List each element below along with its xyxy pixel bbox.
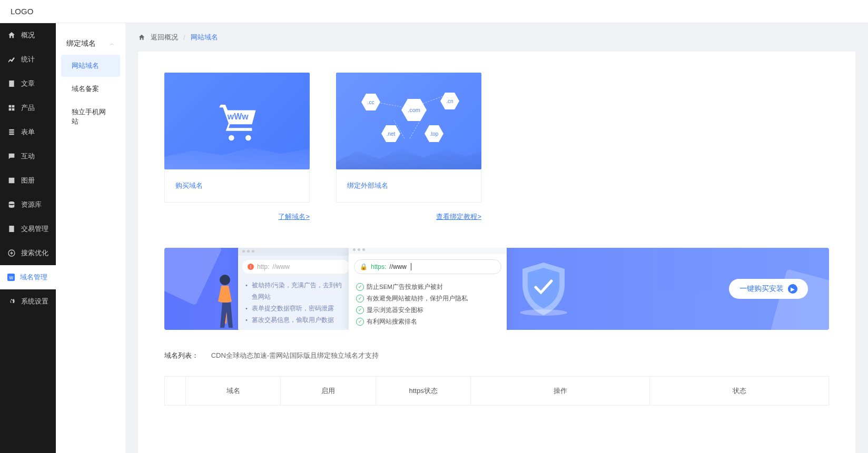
card-buy-link[interactable]: 了解域名>: [278, 213, 310, 220]
domain-table: 域名 启用 https状态 操作 状态: [164, 376, 829, 406]
sub-item-mobile[interactable]: 独立手机网站: [61, 101, 120, 133]
https-pros-list: 防止SEM广告投放账户被封 有效避免网站被劫持，保护用户隐私 显示浏览器安全图标…: [349, 279, 507, 330]
sidebar-item-gallery[interactable]: 图册: [0, 168, 56, 193]
nav-label: 域名管理: [20, 273, 47, 282]
th-https: https状态: [376, 377, 471, 405]
list-item: 表单提交数据窃听，密码泄露: [245, 303, 347, 315]
grid-icon: [7, 104, 16, 112]
list-item: 防止SEM广告投放账户被封: [356, 281, 499, 293]
sidebar-item-form[interactable]: 表单: [0, 120, 56, 144]
card-bind-image: .cc .com .cn .net .top: [336, 73, 481, 169]
form-icon: [7, 128, 16, 136]
th-status: 状态: [650, 377, 828, 405]
card-bind-link[interactable]: 查看绑定教程>: [436, 213, 481, 220]
https-url-bar: 🔒 https://www: [354, 259, 501, 274]
breadcrumb-back[interactable]: 返回概况: [151, 33, 178, 42]
tld-com: .com: [401, 99, 427, 121]
sidebar-item-product[interactable]: 产品: [0, 96, 56, 120]
app-header: LOGO: [0, 0, 868, 23]
sidebar-item-article[interactable]: 文章: [0, 72, 56, 96]
chat-icon: [7, 152, 16, 160]
th-action: 操作: [471, 377, 650, 405]
tld-top: .top: [425, 125, 443, 142]
shield-icon: [517, 260, 570, 318]
action-cards: wWw 购买域名 了解域名>: [164, 73, 829, 222]
order-icon: [7, 225, 16, 233]
nav-label: 概况: [21, 31, 35, 40]
sub-sidebar: 绑定域名︿ 网站域名 域名备案 独立手机网站: [56, 23, 125, 453]
list-item: 有利网站搜索排名: [356, 316, 499, 328]
sidebar-item-domain[interactable]: w域名管理: [0, 265, 56, 289]
nav-label: 交易管理: [21, 224, 48, 234]
person-illustration: [212, 272, 238, 330]
nav-label: 文章: [21, 79, 35, 88]
http-cons-list: 被劫持/污染，充满广告，去到钓鱼网站 表单提交数据窃听，密码泄露 篡改交易信息，…: [238, 278, 354, 330]
sub-item-icp[interactable]: 域名备案: [61, 78, 120, 100]
sidebar-item-stats[interactable]: 统计: [0, 47, 56, 72]
nav-label: 图册: [21, 176, 35, 185]
tld-net: .net: [381, 125, 400, 142]
nav-label: 产品: [21, 103, 35, 113]
chevron-up-icon: ︿: [110, 40, 115, 47]
card-bind-domain: .cc .com .cn .net .top 绑定外部域名 查看绑定教程>: [336, 73, 481, 222]
sub-sidebar-title[interactable]: 绑定域名︿: [56, 34, 125, 54]
nav-label: 统计: [21, 55, 35, 64]
card-buy-title[interactable]: 购买域名: [175, 181, 299, 190]
tld-cc: .cc: [361, 94, 380, 110]
card-buy-domain: wWw 购买域名 了解域名>: [164, 73, 310, 222]
breadcrumb-current: 网站域名: [191, 33, 218, 42]
sidebar-item-overview[interactable]: 概况: [0, 23, 56, 47]
svg-point-2: [520, 309, 567, 316]
home-icon: [7, 31, 16, 39]
nav-label: 资源库: [21, 200, 42, 209]
sidebar-item-transaction[interactable]: 交易管理: [0, 217, 56, 241]
cart-www-icon: wWw: [213, 100, 261, 142]
list-item: 篡改交易信息，偷取用户数据: [245, 315, 347, 326]
sidebar-item-seo[interactable]: 搜索优化: [0, 241, 56, 265]
main-sidebar: 概况 统计 文章 产品 表单 互动 图册 资源库 交易管理 搜索优化 w域名管理…: [0, 23, 56, 453]
gear-icon: [7, 297, 16, 306]
domain-list-section: 域名列表： CDN全球动态加速-需网站国际版且绑定独立域名才支持 域名 启用 h…: [164, 351, 829, 406]
seo-icon: [7, 249, 16, 257]
https-banner: ! http://www 被劫持/污染，充满广告，去到钓鱼网站 表单提交数据窃听…: [164, 248, 829, 330]
th-checkbox: [165, 377, 186, 405]
breadcrumb-sep: /: [183, 34, 185, 42]
warning-icon: !: [248, 264, 254, 270]
tld-cn: .cn: [440, 93, 459, 109]
nav-label: 搜索优化: [21, 248, 48, 258]
sidebar-item-interact[interactable]: 互动: [0, 144, 56, 168]
db-icon: [7, 200, 16, 209]
nav-label: 表单: [21, 127, 35, 137]
card-bind-title[interactable]: 绑定外部域名: [347, 181, 470, 190]
domain-list-title: 域名列表：: [164, 351, 199, 359]
lock-icon: 🔒: [360, 263, 368, 270]
list-item: 有效避免网站被劫持，保护用户隐私: [356, 293, 499, 305]
breadcrumb: 返回概况 / 网站域名: [125, 23, 868, 52]
main-content: 返回概况 / 网站域名 wWw 购买域名 了解域名: [125, 23, 868, 453]
sub-item-site-domain[interactable]: 网站域名: [61, 55, 120, 77]
doc-icon: [7, 79, 16, 88]
stats-icon: [7, 55, 16, 64]
card-buy-image: wWw: [164, 73, 310, 169]
image-icon: [7, 176, 16, 185]
domain-badge-icon: w: [7, 274, 15, 281]
install-ssl-button[interactable]: 一键购买安装 ▶: [729, 279, 808, 299]
domain-list-note: CDN全球动态加速-需网站国际版且绑定独立域名才支持: [211, 351, 379, 359]
table-header: 域名 启用 https状态 操作 状态: [165, 377, 828, 405]
list-item: 被劫持/污染，充满广告，去到钓鱼网站: [245, 280, 347, 303]
th-domain: 域名: [186, 377, 281, 405]
list-item: 显示浏览器安全图标: [356, 305, 499, 316]
th-enable: 启用: [281, 377, 376, 405]
home-icon: [138, 34, 145, 41]
nav-label: 互动: [21, 152, 35, 161]
http-url-bar: ! http://www: [242, 260, 350, 274]
https-browser: 🔒 https://www 防止SEM广告投放账户被封 有效避免网站被劫持，保护…: [349, 248, 507, 330]
http-browser: ! http://www 被劫持/污染，充满广告，去到钓鱼网站 表单提交数据窃听…: [238, 248, 354, 330]
arrow-right-icon: ▶: [788, 284, 797, 294]
svg-point-1: [220, 275, 230, 285]
svg-text:wWw: wWw: [227, 112, 249, 121]
sidebar-item-settings[interactable]: 系统设置: [0, 289, 56, 314]
sidebar-item-resource[interactable]: 资源库: [0, 193, 56, 217]
app-logo: LOGO: [11, 7, 33, 16]
nav-label: 系统设置: [21, 297, 48, 306]
